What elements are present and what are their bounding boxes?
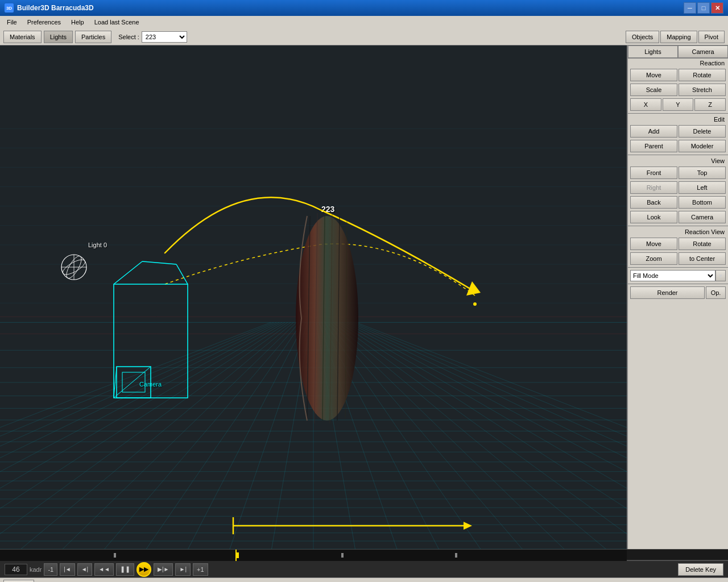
anim-nextkey[interactable]: ▶|► <box>154 563 173 576</box>
delete-button[interactable]: Delete <box>679 125 726 138</box>
svg-rect-30 <box>455 553 457 558</box>
titlebar-left: 3D Builder3D Barracuda3D <box>5 3 94 13</box>
anim-minus1[interactable]: -1 <box>44 563 57 576</box>
app-title: Builder3D Barracuda3D <box>17 4 94 12</box>
mapping-button[interactable]: Mapping <box>660 31 697 43</box>
render-button[interactable]: Render <box>630 286 705 299</box>
y-button[interactable]: Y <box>663 98 694 111</box>
anim-prev[interactable]: ◄◄ <box>94 563 114 576</box>
particles-button[interactable]: Particles <box>75 31 111 43</box>
left-button[interactable]: Left <box>679 181 726 194</box>
titlebar-controls: ─ □ ✕ <box>684 2 723 14</box>
anim-tostart[interactable]: |◄ <box>60 563 75 576</box>
toolbar: Materials Lights Particles Select : 223 … <box>0 28 728 45</box>
reaction-row3: X Y Z <box>628 97 728 112</box>
delete-key-button[interactable]: Delete Key <box>678 563 723 576</box>
lights-button[interactable]: Lights <box>44 31 73 43</box>
viewport[interactable]: 223 Light 0 Camera <box>0 45 627 549</box>
lights-subtab[interactable]: Lights <box>628 45 678 58</box>
option-button[interactable]: Option <box>3 580 34 583</box>
modeler-button[interactable]: Modeler <box>679 140 726 152</box>
reaction-title: Reaction <box>628 59 728 68</box>
rv-zoom-button[interactable]: Zoom <box>630 252 677 265</box>
svg-rect-27 <box>114 553 116 558</box>
anim-prevkey[interactable]: ◄| <box>77 563 93 576</box>
divider2 <box>628 155 728 155</box>
menu-loadlastscene[interactable]: Load last Scene <box>90 18 144 27</box>
minimize-button[interactable]: ─ <box>684 2 696 14</box>
rv-row2: Zoom to Center <box>628 251 728 266</box>
right-panel: Lights Camera Reaction Move Rotate Scale… <box>627 45 728 549</box>
top-button[interactable]: Top <box>679 167 726 179</box>
right-top-buttons: Objects Mapping Pivot <box>626 31 725 43</box>
z-button[interactable]: Z <box>694 98 726 111</box>
grid-canvas <box>0 45 627 549</box>
close-button[interactable]: ✕ <box>711 2 723 14</box>
titlebar: 3D Builder3D Barracuda3D ─ □ ✕ <box>0 0 728 16</box>
app-icon: 3D <box>5 3 14 13</box>
menu-file[interactable]: File <box>2 18 22 27</box>
fillmode-arrow[interactable]: ▼ <box>715 270 726 281</box>
scale-button[interactable]: Scale <box>630 84 677 96</box>
x-button[interactable]: X <box>630 98 661 111</box>
anim-track <box>0 549 728 560</box>
reaction-row1: Move Rotate <box>628 68 728 82</box>
menubar: File Preferences Help Load last Scene <box>0 16 728 28</box>
op-button[interactable]: Op. <box>706 286 726 299</box>
rv-move-button[interactable]: Move <box>630 238 677 250</box>
divider5 <box>628 284 728 284</box>
restore-button[interactable]: □ <box>697 2 710 14</box>
anim-plus1[interactable]: +1 <box>193 563 208 576</box>
fillmode-select[interactable]: Fill Mode <box>630 270 715 281</box>
rv-rotate-button[interactable]: Rotate <box>679 238 726 250</box>
rv-row1: Move Rotate <box>628 236 728 251</box>
front-button[interactable]: Front <box>630 167 677 179</box>
rv-tocenter-button[interactable]: to Center <box>679 252 726 265</box>
view-row3: Back Bottom <box>628 195 728 210</box>
menu-preferences[interactable]: Preferences <box>23 18 65 27</box>
render-row: Render Op. <box>628 285 728 300</box>
objects-button[interactable]: Objects <box>626 31 659 43</box>
main-layout: 223 Light 0 Camera <box>0 45 728 549</box>
select-combo[interactable]: 223 <box>142 31 187 43</box>
right-button[interactable]: Right <box>630 181 677 194</box>
anim-bar: 46 kadr -1 |◄ ◄| ◄◄ ❚❚ ▶▶ ▶|► ►| +1 Dele… <box>0 560 728 577</box>
divider1 <box>628 113 728 114</box>
view-camera-button[interactable]: Camera <box>679 211 726 223</box>
materials-button[interactable]: Materials <box>3 31 42 43</box>
parent-button[interactable]: Parent <box>630 140 677 152</box>
frame-label: kadr <box>30 566 42 573</box>
view-row1: Front Top <box>628 165 728 180</box>
anim-track-svg <box>0 550 728 561</box>
view-row2: Right Left <box>628 180 728 195</box>
status-bar: Option Degradation Autoselect <box>0 577 728 582</box>
bottom-button[interactable]: Bottom <box>679 196 726 209</box>
move-button[interactable]: Move <box>630 69 677 81</box>
frame-display: 46 <box>5 564 27 575</box>
rotate-button[interactable]: Rotate <box>679 69 726 81</box>
reaction-view-title: Reaction View <box>628 227 728 236</box>
anim-pause[interactable]: ❚❚ <box>116 563 134 576</box>
svg-rect-25 <box>0 550 627 561</box>
add-button[interactable]: Add <box>630 125 677 138</box>
pivot-button[interactable]: Pivot <box>698 31 725 43</box>
divider4 <box>628 267 728 268</box>
reaction-row2: Scale Stretch <box>628 82 728 97</box>
svg-rect-28 <box>236 552 239 558</box>
anim-play[interactable]: ▶▶ <box>136 562 151 577</box>
view-row4: Look Camera <box>628 210 728 225</box>
edit-row2: Parent Modeler <box>628 139 728 153</box>
stretch-button[interactable]: Stretch <box>679 84 726 96</box>
select-label: Select : <box>118 34 139 40</box>
svg-rect-29 <box>341 553 344 558</box>
anim-toend[interactable]: ►| <box>175 563 191 576</box>
edit-title: Edit <box>628 115 728 124</box>
menu-help[interactable]: Help <box>67 18 89 27</box>
look-button[interactable]: Look <box>630 211 677 223</box>
fillmode-row: Fill Mode ▼ <box>628 269 728 282</box>
rp-subtabs: Lights Camera <box>628 45 728 59</box>
view-title: View <box>628 156 728 165</box>
back-button[interactable]: Back <box>630 196 677 209</box>
camera-subtab[interactable]: Camera <box>678 45 728 58</box>
edit-row1: Add Delete <box>628 124 728 139</box>
